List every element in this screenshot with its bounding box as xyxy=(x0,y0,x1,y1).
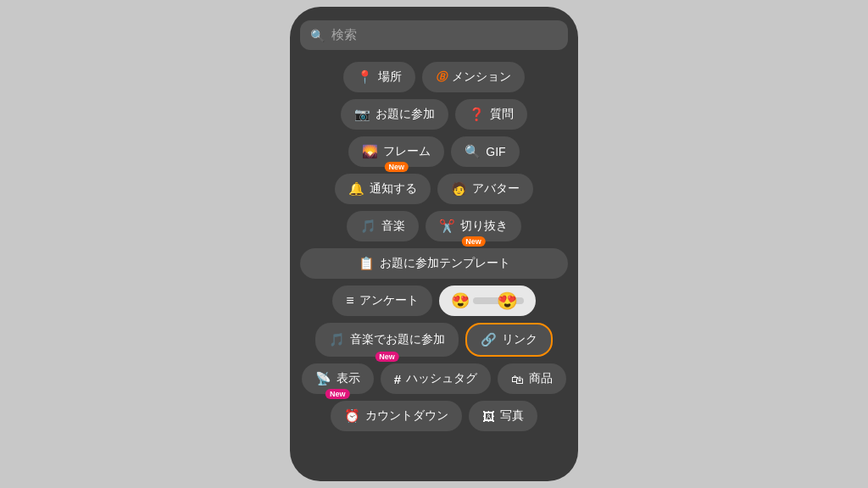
sticker-row-3: 🌄 フレーム New 🔍 GIF xyxy=(300,136,568,167)
music-topic-new-badge: New xyxy=(375,352,399,362)
hashtag-sticker[interactable]: # ハッシュタグ xyxy=(381,363,491,394)
music-icon: 🎵 xyxy=(360,219,376,234)
clip-icon: ✂️ xyxy=(439,219,455,234)
sticker-row-7: ≡ アンケート 😍 😍 xyxy=(300,286,568,316)
frame-sticker[interactable]: 🌄 フレーム New xyxy=(348,136,444,167)
join-topic-label: お題に参加 xyxy=(376,107,435,122)
music-sticker[interactable]: 🎵 音楽 xyxy=(347,211,419,241)
phone-container: 🔍 検索 📍 場所 Ⓑ メンション 📷 お題に参加 ❓ 質問 xyxy=(290,7,578,481)
display-label: 表示 xyxy=(337,371,360,386)
display-new-badge: New xyxy=(326,389,350,399)
sticker-row-6: 📋 お題に参加テンプレート xyxy=(300,248,568,279)
clip-sticker[interactable]: ✂️ 切り抜き New xyxy=(426,211,521,241)
notify-label: 通知する xyxy=(370,181,417,197)
mention-label: メンション xyxy=(452,69,511,85)
search-placeholder: 検索 xyxy=(331,27,357,43)
sticker-row-8: 🎵 音楽でお題に参加 New 🔗 リンク xyxy=(300,323,568,357)
search-bar[interactable]: 🔍 検索 xyxy=(300,20,568,50)
question-icon: ❓ xyxy=(469,107,485,122)
countdown-label: カウントダウン xyxy=(365,408,448,424)
gif-sticker[interactable]: 🔍 GIF xyxy=(451,136,519,167)
hashtag-label: ハッシュタグ xyxy=(406,371,477,386)
frame-icon: 🌄 xyxy=(362,144,378,159)
avatar-sticker[interactable]: 🧑 アバター xyxy=(437,174,533,204)
topic-template-label: お題に参加テンプレート xyxy=(380,256,510,271)
photo-label: 写真 xyxy=(500,408,524,424)
slider-thumb-icon: 😍 xyxy=(497,291,518,311)
mention-icon: Ⓑ xyxy=(436,69,447,85)
clip-new-badge: New xyxy=(461,236,486,247)
join-topic-sticker[interactable]: 📷 お題に参加 xyxy=(341,99,448,130)
link-sticker[interactable]: 🔗 リンク xyxy=(465,323,553,357)
sticker-row-2: 📷 お題に参加 ❓ 質問 xyxy=(300,99,568,130)
music-topic-label: 音楽でお題に参加 xyxy=(350,332,445,347)
countdown-sticker[interactable]: ⏰ カウントダウン xyxy=(331,401,462,431)
product-icon: 🛍 xyxy=(511,372,524,386)
music-topic-sticker[interactable]: 🎵 音楽でお題に参加 New xyxy=(315,323,459,357)
product-sticker[interactable]: 🛍 商品 xyxy=(498,363,566,394)
poll-sticker[interactable]: ≡ アンケート xyxy=(332,286,431,316)
poll-label: アンケート xyxy=(359,293,419,308)
link-icon: 🔗 xyxy=(481,332,497,347)
emoji-slider-sticker[interactable]: 😍 😍 xyxy=(439,286,536,316)
sticker-row-9: 📡 表示 New # ハッシュタグ 🛍 商品 xyxy=(300,363,568,394)
clip-label: 切り抜き xyxy=(460,219,508,234)
search-icon: 🔍 xyxy=(310,29,325,42)
link-label: リンク xyxy=(502,332,537,347)
frame-new-badge: New xyxy=(385,162,409,172)
gif-icon: 🔍 xyxy=(465,144,481,159)
sticker-row-1: 📍 場所 Ⓑ メンション xyxy=(300,62,568,92)
hashtag-icon: # xyxy=(394,372,401,386)
sticker-row-10: ⏰ カウントダウン 🖼 写真 xyxy=(300,401,568,431)
topic-template-sticker[interactable]: 📋 お題に参加テンプレート xyxy=(300,248,568,279)
slider-track: 😍 xyxy=(473,297,524,304)
sticker-row-5: 🎵 音楽 ✂️ 切り抜き New xyxy=(300,211,568,241)
notify-icon: 🔔 xyxy=(348,181,364,197)
poll-icon: ≡ xyxy=(346,293,353,308)
music-topic-icon: 🎵 xyxy=(329,332,345,347)
avatar-icon: 🧑 xyxy=(451,181,467,197)
avatar-label: アバター xyxy=(472,181,520,197)
mention-sticker[interactable]: Ⓑ メンション xyxy=(422,62,525,92)
sticker-row-4: 🔔 通知する 🧑 アバター xyxy=(300,174,568,204)
product-label: 商品 xyxy=(529,371,553,386)
location-label: 場所 xyxy=(378,69,402,85)
question-sticker[interactable]: ❓ 質問 xyxy=(455,99,527,130)
photo-sticker[interactable]: 🖼 写真 xyxy=(469,401,537,431)
display-sticker[interactable]: 📡 表示 New xyxy=(302,363,374,394)
countdown-icon: ⏰ xyxy=(344,408,360,424)
emoji-face-icon: 😍 xyxy=(451,291,470,310)
gif-label: GIF xyxy=(486,145,505,158)
question-label: 質問 xyxy=(490,107,514,122)
join-topic-icon: 📷 xyxy=(354,107,370,122)
frame-label: フレーム xyxy=(383,144,431,159)
sticker-grid: 📍 場所 Ⓑ メンション 📷 お題に参加 ❓ 質問 🌄 フレーム xyxy=(300,62,568,473)
music-label: 音楽 xyxy=(381,219,405,234)
photo-icon: 🖼 xyxy=(482,409,495,424)
notify-sticker[interactable]: 🔔 通知する xyxy=(335,174,431,204)
location-sticker[interactable]: 📍 場所 xyxy=(343,62,415,92)
topic-template-icon: 📋 xyxy=(359,256,375,271)
location-icon: 📍 xyxy=(357,69,373,85)
display-icon: 📡 xyxy=(315,371,331,386)
